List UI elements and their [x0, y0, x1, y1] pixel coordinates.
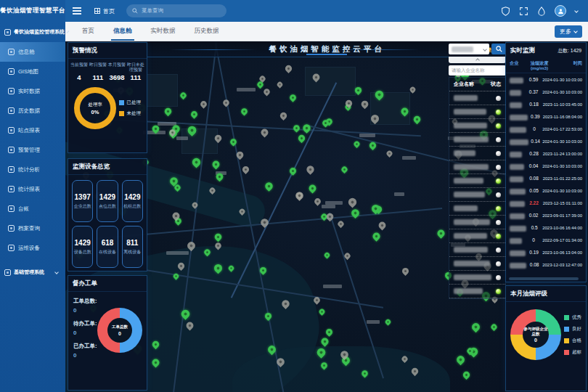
map-pin[interactable]	[401, 266, 410, 276]
map-pin[interactable]	[353, 140, 361, 148]
map-pin[interactable]	[163, 107, 173, 116]
map-pin[interactable]	[325, 212, 335, 222]
realtime-row[interactable]: 0.02 2023-09-01 17:39:00	[506, 209, 586, 221]
map-pin[interactable]	[313, 197, 322, 205]
map-pin[interactable]	[259, 127, 269, 137]
company-row[interactable]	[449, 257, 505, 271]
map-pin[interactable]	[305, 164, 316, 175]
realtime-row[interactable]: 0.04 2024-01-30 10:03:00	[506, 160, 586, 172]
company-row[interactable]	[449, 285, 505, 298]
map-pin[interactable]	[221, 98, 230, 107]
company-row[interactable]	[449, 105, 505, 119]
map-pin[interactable]	[324, 327, 334, 337]
realtime-row[interactable]: 0.59 2024-01-30 10:03:00	[506, 73, 586, 86]
flame-icon[interactable]	[537, 7, 546, 16]
map-pin[interactable]	[346, 196, 358, 208]
map-pin[interactable]	[455, 354, 466, 365]
map-pin[interactable]	[229, 137, 237, 146]
map-pin[interactable]	[284, 64, 293, 73]
company-row[interactable]	[449, 216, 505, 229]
realtime-row[interactable]: 0.5 2023-10-06 16:44:00	[506, 221, 586, 234]
tab[interactable]: 首页 ×	[73, 22, 104, 41]
sidebar-item[interactable]: 预警管理	[0, 140, 65, 160]
company-row[interactable]	[449, 119, 505, 133]
realtime-row[interactable]: 0.14 2024-01-30 10:03:00	[506, 135, 586, 147]
tab[interactable]: 历史数据 ×	[185, 22, 229, 41]
map-pin[interactable]	[179, 91, 187, 99]
map-pin[interactable]	[323, 251, 330, 258]
company-row[interactable]	[449, 271, 505, 285]
sidebar-item[interactable]: 信息舱	[0, 42, 65, 62]
sidebar-item[interactable]: 台账	[0, 199, 65, 219]
realtime-row[interactable]: 0.05 2024-01-30 10:03:00	[506, 184, 586, 197]
sidebar-item[interactable]: GIS地图	[0, 62, 65, 81]
realtime-row[interactable]: 2.22 2023-12-15 01:11:00	[506, 197, 586, 209]
map-pin[interactable]	[262, 87, 271, 96]
realtime-row[interactable]: 0 2022-09-17 01:34:00	[506, 234, 586, 246]
map-pin[interactable]	[301, 123, 312, 134]
realtime-row[interactable]: 0.37 2024-01-30 10:03:00	[506, 86, 586, 98]
company-search-button[interactable]	[491, 44, 506, 54]
realtime-row[interactable]: 0.28 2023-11-24 13:00:00	[506, 147, 586, 160]
sidebar-system-header[interactable]: 餐饮油烟监控管理系统	[0, 22, 65, 42]
map-pin[interactable]	[292, 123, 301, 132]
map-pin[interactable]	[412, 115, 422, 124]
map-pin[interactable]	[297, 134, 306, 143]
company-row[interactable]	[449, 147, 505, 160]
map-pin[interactable]	[294, 190, 305, 201]
company-row[interactable]	[449, 243, 505, 257]
map-pin[interactable]	[340, 166, 348, 173]
menu-search-input[interactable]: 菜单查询	[126, 4, 226, 17]
realtime-row[interactable]: 0.08 2023-12-03 12:47:00	[506, 258, 586, 271]
map-pin[interactable]	[199, 99, 208, 108]
map-pin[interactable]	[279, 111, 288, 121]
user-avatar[interactable]	[555, 5, 566, 17]
sidebar-item[interactable]: 实时数据	[0, 81, 65, 101]
sidebar-item[interactable]: 运维设备	[0, 238, 65, 258]
breadcrumb[interactable]: 首页	[94, 7, 115, 15]
sidebar-item[interactable]: 档案查询	[0, 219, 65, 238]
realtime-row[interactable]: 0.08 2023-11-01 22:25:00	[506, 172, 586, 184]
sidebar-item[interactable]: 历史数据	[0, 101, 65, 121]
collapse-toggle[interactable]	[449, 57, 506, 63]
map-pin[interactable]	[264, 181, 274, 192]
realtime-row[interactable]: 0.18 2023-11-10 03:45:00	[506, 98, 586, 110]
company-row[interactable]	[449, 202, 505, 216]
sidebar-item[interactable]: 统计分析	[0, 160, 65, 179]
company-select[interactable]	[449, 44, 489, 54]
map-pin[interactable]	[360, 99, 370, 110]
map-pin[interactable]	[319, 336, 330, 346]
map-pin[interactable]	[276, 81, 283, 88]
map-pin[interactable]	[371, 231, 381, 241]
map-pin[interactable]	[240, 107, 248, 115]
chevron-down-icon[interactable]	[574, 9, 579, 13]
sidebar-item-base-system[interactable]: 基础管理系统	[0, 262, 65, 282]
map-pin[interactable]	[241, 165, 250, 174]
realtime-row[interactable]: 0.39 2023-11-16 08:04:00	[506, 110, 586, 123]
scrollbar[interactable]	[509, 277, 579, 280]
map-pin[interactable]	[462, 370, 471, 380]
company-row[interactable]	[449, 188, 505, 202]
tab[interactable]: 实时数据 ×	[142, 22, 185, 41]
map-pin[interactable]	[213, 232, 223, 242]
company-name-input[interactable]: 请输入企业名称	[449, 65, 506, 75]
shield-icon[interactable]	[501, 7, 510, 16]
map-pin[interactable]	[189, 110, 198, 118]
map-pin[interactable]	[436, 228, 446, 238]
sidebar-item[interactable]: 站点报表	[0, 121, 65, 140]
map-pin[interactable]	[288, 93, 297, 102]
realtime-row[interactable]: 0.19 2023-10-06 13:04:00	[506, 246, 586, 258]
company-row[interactable]	[449, 91, 505, 105]
realtime-row[interactable]: 0 2024-01-17 22:53:00	[506, 123, 586, 135]
map-pin[interactable]	[384, 318, 391, 325]
map-pin[interactable]	[490, 323, 498, 331]
more-button[interactable]: 更多	[555, 25, 582, 38]
sidebar-item[interactable]: 统计报表	[0, 179, 65, 199]
map-pin[interactable]	[385, 150, 393, 158]
company-row[interactable]	[449, 160, 505, 174]
tab[interactable]: 信息舱 ×	[104, 22, 142, 41]
company-row[interactable]	[449, 174, 505, 188]
map-pin[interactable]	[308, 184, 318, 194]
map-pin[interactable]	[337, 220, 345, 228]
fullscreen-icon[interactable]	[519, 7, 528, 16]
